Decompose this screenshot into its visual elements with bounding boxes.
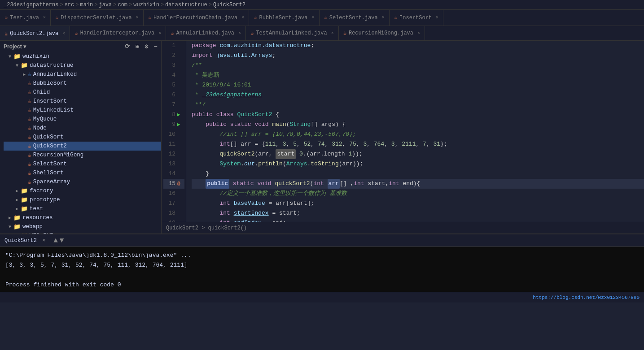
tree-item-wuzhixin[interactable]: ▼ 📁 wuzhixin xyxy=(4,52,161,61)
tree-label: AnnularLinked xyxy=(33,71,77,78)
tab-recursion-migong[interactable]: ☕ RecursionMiGong.java × xyxy=(339,26,425,41)
tab-test-annular[interactable]: ☕ TestAnnularLinked.java × xyxy=(246,26,339,41)
tree-label: SelectSort xyxy=(33,161,67,167)
java-icon: ☕ xyxy=(28,116,31,123)
breadcrumb-bar: _23designpatterns > src > main > java > … xyxy=(0,0,644,10)
tree-item-selectsort[interactable]: ☕ SelectSort xyxy=(4,160,161,169)
sync-icon[interactable]: ⟳ xyxy=(125,43,130,50)
folder-icon: 📁 xyxy=(21,205,28,212)
java-icon: ☕ xyxy=(28,151,31,159)
tab-insertsort[interactable]: ☕ InsertSort × xyxy=(390,10,443,26)
tree-label: factory xyxy=(30,188,53,194)
tree-item-node[interactable]: ☕ Node xyxy=(4,124,161,133)
code-content: 1 2 3 4 5 6 7 8▶ 9▶ 10 11 12 13 14 15@ 1… xyxy=(162,41,644,222)
tree-item-prototype[interactable]: ▶ 📁 prototype xyxy=(4,195,161,204)
tree-item-recursion[interactable]: ☕ RecursionMiGong xyxy=(4,151,161,160)
tree-label: WEB-INF xyxy=(30,233,53,233)
java-icon: ☕ xyxy=(28,160,31,168)
nav-up-icon[interactable]: ▲ xyxy=(53,237,58,245)
tree-item-mylinkedlist[interactable]: ☕ MyLinkedList xyxy=(4,106,161,115)
tree-item-datastructrue[interactable]: ▼ 📁 datastructrue xyxy=(4,61,161,70)
folder-icon: 📁 xyxy=(21,187,28,194)
java-icon: ☕ xyxy=(28,98,31,105)
bottom-tab-quicksort2[interactable]: QuickSort2 xyxy=(4,238,37,244)
breadcrumb-text: _23designpatterns xyxy=(4,2,58,8)
java-icon: ☕ xyxy=(28,107,31,114)
code-line-10: //int [] arr = {10,78,0,44,23,-567,70}; xyxy=(192,130,644,139)
tab-bar-second: ☕ QuickSort2.java × ☕ HandlerInterceptor… xyxy=(0,26,644,41)
tree-item-insertsort[interactable]: ☕ InsertSort xyxy=(4,97,161,106)
tree-item-quicksort[interactable]: ☕ QuickSort xyxy=(4,133,161,142)
output-line-3 xyxy=(5,270,639,280)
tree-item-quicksort2[interactable]: ☕ QuickSort2 xyxy=(4,142,161,151)
breadcrumb-src: src xyxy=(65,2,74,8)
minimize-icon[interactable]: − xyxy=(154,43,158,50)
code-line-1: package com.wuzhixin.datastructrue; xyxy=(192,41,644,51)
folder-icon: 📁 xyxy=(13,53,21,60)
tree-label: BubbleSort xyxy=(33,80,67,86)
output-line-2: [3, 3, 3, 5, 7, 31, 52, 74, 75, 111, 312… xyxy=(5,260,639,270)
tab-quicksort2[interactable]: ☕ QuickSort2.java × xyxy=(0,26,70,41)
tree-label: SparseArray xyxy=(33,179,70,185)
tree-item-shellsort[interactable]: ☕ ShellSort xyxy=(4,169,161,177)
bottom-toolbar: QuickSort2 × ▲ ▼ xyxy=(0,234,644,247)
tab-bar-top: ☕ Test.java × ☕ DispatcherServlet.java ×… xyxy=(0,10,644,26)
code-line-16: //定义一个基准数，这里以第一个数作为 基准数 xyxy=(192,189,644,199)
code-line-6: * _23designpatterns xyxy=(192,90,644,100)
tree-label: ShellSort xyxy=(33,170,64,176)
java-icon: ☕ xyxy=(28,89,31,96)
code-line-5: * 2019/9/4-16:01 xyxy=(192,80,644,90)
tree-item-myqueue[interactable]: ☕ MyQueue xyxy=(4,115,161,124)
tab-bubblesort[interactable]: ☕ BubbleSort.java × xyxy=(249,10,319,26)
split-icon[interactable]: ⊞ xyxy=(136,43,139,50)
tree-item-child[interactable]: ☕ Child xyxy=(4,88,161,97)
tab-handler-chain[interactable]: ☕ HandlerExecutionChain.java × xyxy=(144,10,249,26)
folder-icon: 📁 xyxy=(21,232,28,233)
java-icon: ☕ xyxy=(28,80,31,87)
status-url: https://blog.csdn.net/wzx01234567890 xyxy=(533,295,640,300)
tree-label: resources xyxy=(22,215,53,221)
code-line-2: import java.util.Arrays; xyxy=(192,51,644,60)
tab-dispatcher[interactable]: ☕ DispatcherServlet.java × xyxy=(51,10,144,26)
tab-selectsort[interactable]: ☕ SelectSort.java × xyxy=(320,10,390,26)
java-icon: ☕ xyxy=(28,169,31,177)
tree-label: RecursionMiGong xyxy=(33,152,84,158)
tree-label: InsertSort xyxy=(33,98,67,104)
code-editor[interactable]: 1 2 3 4 5 6 7 8▶ 9▶ 10 11 12 13 14 15@ 1… xyxy=(162,41,644,233)
folder-icon: 📁 xyxy=(21,62,28,69)
tab-handler-interceptor[interactable]: ☕ HandlerInterceptor.java × xyxy=(70,26,166,41)
tree-item-test[interactable]: ▶ 📁 test xyxy=(4,204,161,213)
tree-item-annularlinked[interactable]: ▶ ☕ AnnularLinked xyxy=(4,70,161,79)
tree-item-factory[interactable]: ▶ 📁 factory xyxy=(4,186,161,195)
code-line-9: public static void main(String[] args) { xyxy=(192,120,644,130)
tree-item-bubblesort[interactable]: ☕ BubbleSort xyxy=(4,79,161,88)
tree-item-resources[interactable]: ▶ 📁 resources xyxy=(4,213,161,222)
tree-label: datastructrue xyxy=(30,62,74,69)
tree-item-webinf[interactable]: ▶ 📁 WEB-INF xyxy=(4,231,161,233)
java-icon: ☕ xyxy=(28,125,31,132)
tab-test-java[interactable]: ☕ Test.java × xyxy=(0,10,51,26)
tree-item-webapp[interactable]: ▼ 📁 webapp xyxy=(4,222,161,231)
tree-label: test xyxy=(30,206,43,212)
tree-item-sparsearray[interactable]: ☕ SparseArray xyxy=(4,177,161,186)
java-icon: ☕ xyxy=(28,134,31,141)
java-icon: ☕ xyxy=(28,71,31,78)
bottom-tab-close[interactable]: × xyxy=(42,238,45,244)
main-layout: Project ▾ ⟳ ⊞ ⚙ − ▼ 📁 wuzhixin ▼ 📁 datas… xyxy=(0,41,644,233)
tree-label: Child xyxy=(33,89,50,95)
tree-label: Node xyxy=(33,125,47,131)
sidebar: Project ▾ ⟳ ⊞ ⚙ − ▼ 📁 wuzhixin ▼ 📁 datas… xyxy=(0,41,162,233)
nav-down-icon[interactable]: ▼ xyxy=(60,237,64,245)
code-line-12: quickSort2(arr, start 0,(arr.length-1)); xyxy=(192,149,644,159)
tree-label: QuickSort2 xyxy=(33,143,67,149)
tab-annular-linked[interactable]: ☕ AnnularLinked.java × xyxy=(166,26,246,41)
code-line-8: public class QuickSort2 { xyxy=(192,110,644,120)
folder-icon: 📁 xyxy=(13,214,21,221)
code-line-11: int[] arr = {111, 3, 5, 52, 74, 312, 75,… xyxy=(192,139,644,149)
nav-arrows: ▲ ▼ xyxy=(49,237,64,245)
line-number-gutter: 1 2 3 4 5 6 7 8▶ 9▶ 10 11 12 13 14 15@ 1… xyxy=(162,41,186,222)
settings-icon[interactable]: ⚙ xyxy=(145,43,148,50)
code-line-4: * 吴志新 xyxy=(192,70,644,80)
file-tree: ▼ 📁 wuzhixin ▼ 📁 datastructrue ▶ ☕ Annul… xyxy=(0,52,161,233)
code-lines[interactable]: package com.wuzhixin.datastructrue; impo… xyxy=(186,41,644,222)
